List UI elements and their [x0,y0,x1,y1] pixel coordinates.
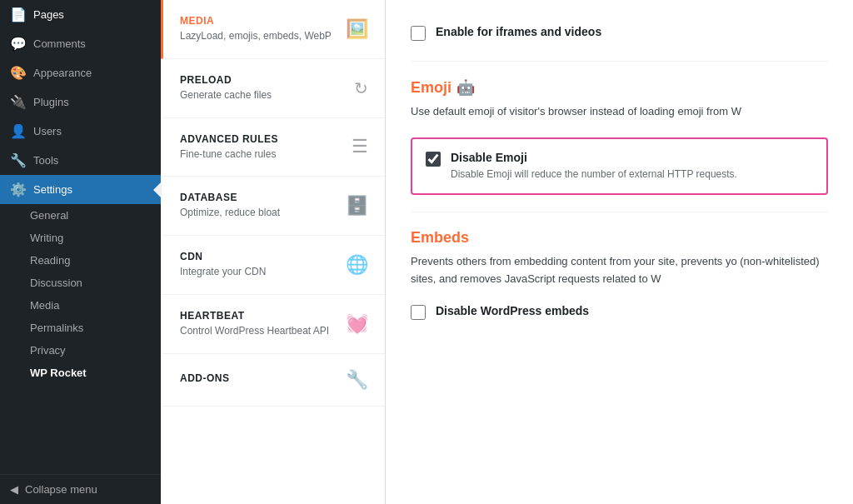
tab-heartbeat-desc: Control WordPress Heartbeat API [180,324,329,338]
tab-preload-desc: Generate cache files [180,88,272,102]
tools-label: Tools [33,154,58,167]
disable-embeds-checkbox[interactable] [411,305,426,320]
emoji-icon: 🤖 [456,78,475,97]
tab-add-ons[interactable]: ADD-ONS 🔧 [161,354,385,407]
appearance-icon: 🎨 [10,65,27,81]
divider-1 [411,61,828,62]
database-tab-icon: 🗄️ [346,195,368,217]
disable-emoji-sublabel: Disable Emoji will reduce the number of … [451,167,737,182]
tab-media-desc: LazyLoad, emojis, embeds, WebP [180,29,332,43]
tab-database-name: DATABASE [180,192,280,203]
appearance-label: Appearance [33,67,92,79]
tab-media[interactable]: MEDIA LazyLoad, emojis, embeds, WebP 🖼️ [161,0,385,59]
tab-add-ons-name: ADD-ONS [180,372,230,384]
embeds-title-text: Embeds [411,229,469,247]
settings-icon: ⚙️ [10,182,27,197]
advanced-rules-tab-icon: ☰ [352,136,368,157]
wp-admin-sidebar: 📄 Pages 💬 Comments 🎨 Appearance 🔌 Plugin… [0,0,161,504]
disable-emoji-row: Disable Emoji Disable Emoji will reduce … [411,137,828,195]
tools-icon: 🔧 [10,152,27,168]
tab-heartbeat[interactable]: HEARTBEAT Control WordPress Heartbeat AP… [161,295,385,354]
comments-icon: 💬 [10,36,27,52]
tab-media-name: MEDIA [180,15,332,27]
embeds-section-title: Embeds [411,229,828,247]
sub-reading[interactable]: Reading [0,249,161,272]
emoji-section-title: Emoji 🤖 [411,78,828,97]
rocket-tabs-panel: MEDIA LazyLoad, emojis, embeds, WebP 🖼️ … [161,0,386,504]
pages-icon: 📄 [10,7,27,22]
emoji-title-text: Emoji [411,79,451,97]
collapse-label: Collapse menu [25,483,97,496]
collapse-icon: ◀ [10,483,18,496]
sidebar-item-tools[interactable]: 🔧 Tools [0,146,161,175]
sub-discussion[interactable]: Discussion [0,272,161,294]
sidebar-item-plugins[interactable]: 🔌 Plugins [0,87,161,117]
settings-submenu: General Writing Reading Discussion Media… [0,204,161,384]
sub-media[interactable]: Media [0,294,161,317]
disable-emoji-checkbox[interactable] [426,152,441,167]
tab-advanced-rules[interactable]: ADVANCED RULES Fine-tune cache rules ☰ [161,118,385,177]
tab-advanced-rules-name: ADVANCED RULES [180,133,278,145]
tab-heartbeat-name: HEARTBEAT [180,310,329,322]
sub-wp-rocket[interactable]: WP Rocket [0,362,161,384]
cdn-tab-icon: 🌐 [346,254,368,276]
emoji-section-desc: Use default emoji of visitor's browser i… [411,103,828,121]
sidebar-item-users[interactable]: 👤 Users [0,117,161,146]
sub-privacy[interactable]: Privacy [0,339,161,362]
tab-preload[interactable]: PRELOAD Generate cache files ↻ [161,59,385,118]
preload-tab-icon: ↻ [354,78,368,98]
settings-label: Settings [33,183,72,196]
tab-cdn-desc: Integrate your CDN [180,265,266,279]
sidebar-item-settings[interactable]: ⚙️ Settings [0,175,161,204]
sub-writing[interactable]: Writing [0,227,161,249]
embeds-section-desc: Prevents others from embedding content f… [411,253,828,288]
sidebar-item-comments[interactable]: 💬 Comments [0,29,161,58]
sub-general[interactable]: General [0,204,161,227]
sidebar-item-pages[interactable]: 📄 Pages [0,0,161,29]
tab-database-desc: Optimize, reduce bloat [180,206,280,220]
disable-embeds-row: Disable WordPress embeds [411,304,828,320]
disable-embeds-label[interactable]: Disable WordPress embeds [436,304,589,317]
plugins-label: Plugins [33,96,69,108]
tab-cdn-name: CDN [180,251,266,262]
users-label: Users [33,125,62,137]
tab-preload-name: PRELOAD [180,74,272,86]
comments-label: Comments [33,37,86,50]
sub-permalinks[interactable]: Permalinks [0,317,161,339]
plugins-icon: 🔌 [10,94,27,110]
settings-arrow [153,182,162,198]
enable-iframes-label[interactable]: Enable for iframes and videos [436,25,601,38]
tab-advanced-rules-desc: Fine-tune cache rules [180,147,278,162]
media-tab-icon: 🖼️ [346,18,368,40]
pages-label: Pages [33,8,64,21]
divider-2 [411,212,828,212]
iframes-row: Enable for iframes and videos [411,25,828,41]
enable-iframes-checkbox[interactable] [411,26,426,41]
main-content: Enable for iframes and videos Emoji 🤖 Us… [386,0,853,504]
tab-cdn[interactable]: CDN Integrate your CDN 🌐 [161,236,385,295]
sidebar-item-appearance[interactable]: 🎨 Appearance [0,58,161,87]
users-icon: 👤 [10,123,27,139]
disable-emoji-label: Disable Emoji [451,151,737,164]
tab-database[interactable]: DATABASE Optimize, reduce bloat 🗄️ [161,177,385,236]
collapse-menu-button[interactable]: ◀ Collapse menu [0,474,161,504]
heartbeat-tab-icon: 💓 [346,313,368,335]
add-ons-tab-icon: 🔧 [346,369,368,391]
